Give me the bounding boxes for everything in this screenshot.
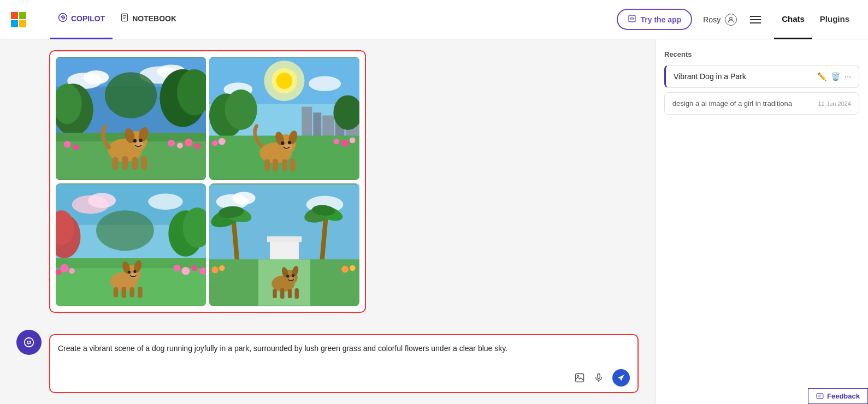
svg-point-66 — [281, 141, 284, 145]
svg-point-88 — [182, 266, 190, 275]
svg-rect-70 — [282, 159, 287, 171]
svg-point-104 — [232, 192, 255, 204]
notebook-tab-label: NOTEBOOK — [132, 14, 176, 23]
svg-point-75 — [88, 193, 116, 208]
ms-logo-red — [11, 12, 18, 19]
svg-rect-129 — [273, 289, 276, 298]
svg-point-86 — [56, 269, 62, 275]
input-area: Create a vibrant scene of a dog running … — [0, 334, 655, 393]
hamburger-line-3 — [750, 22, 761, 23]
svg-rect-136 — [576, 374, 584, 382]
svg-point-137 — [577, 375, 578, 377]
image-grid-container — [49, 50, 366, 313]
copilot-icon — [58, 13, 68, 25]
svg-point-46 — [309, 76, 341, 92]
tab-notebook[interactable]: NOTEBOOK — [113, 0, 184, 39]
svg-point-121 — [350, 265, 356, 271]
content-area: Create a vibrant scene of a dog running … — [0, 39, 655, 404]
dog-image-1 — [56, 57, 206, 180]
microphone-button[interactable] — [594, 372, 604, 383]
edit-icon[interactable]: ✏️ — [817, 72, 826, 81]
svg-point-27 — [185, 139, 193, 147]
svg-point-8 — [631, 18, 633, 19]
svg-point-24 — [73, 144, 79, 150]
header-right: Try the app Rosy Chats Plugins — [617, 0, 857, 39]
svg-point-9 — [730, 17, 733, 20]
svg-point-89 — [192, 265, 198, 271]
svg-point-56 — [212, 140, 218, 146]
logo-area — [11, 12, 34, 27]
svg-point-13 — [84, 70, 109, 84]
svg-point-128 — [292, 274, 294, 277]
svg-rect-101 — [138, 286, 142, 298]
dog-image-4 — [209, 183, 359, 307]
more-icon[interactable]: ··· — [845, 72, 851, 81]
svg-point-28 — [194, 143, 200, 149]
svg-point-127 — [286, 275, 289, 277]
svg-point-58 — [333, 139, 339, 145]
svg-rect-37 — [122, 156, 128, 170]
svg-rect-138 — [598, 374, 600, 379]
svg-point-76 — [148, 193, 182, 210]
svg-rect-131 — [288, 289, 292, 298]
svg-point-97 — [133, 270, 136, 272]
try-app-label: Try the app — [641, 15, 682, 24]
svg-rect-36 — [113, 157, 119, 170]
recent-item-2-date: 11 Jun 2024 — [818, 100, 851, 107]
svg-point-57 — [219, 138, 226, 145]
input-actions — [58, 369, 630, 387]
svg-rect-100 — [129, 287, 134, 297]
tab-chats[interactable]: Chats — [774, 0, 812, 39]
ms-logo-green — [19, 12, 26, 19]
app-header: COPILOT NOTEBOOK — [0, 0, 868, 39]
svg-rect-68 — [265, 159, 270, 171]
recent-item-1[interactable]: Vibrant Dog in a Park ✏️ 🗑️ ··· — [664, 65, 859, 88]
chats-tab-label: Chats — [782, 14, 805, 23]
hamburger-line-1 — [750, 16, 761, 17]
try-app-icon — [628, 14, 636, 25]
send-button[interactable] — [612, 369, 630, 387]
svg-point-26 — [177, 142, 183, 148]
image-attachment-button[interactable] — [574, 372, 585, 383]
try-app-button[interactable]: Try the app — [617, 9, 693, 30]
new-chat-button[interactable] — [16, 330, 42, 355]
hamburger-line-2 — [750, 19, 761, 20]
svg-point-87 — [174, 264, 181, 271]
svg-point-119 — [219, 265, 225, 271]
svg-point-25 — [168, 140, 175, 147]
svg-rect-38 — [132, 157, 138, 170]
feedback-button[interactable]: Feedback — [808, 388, 868, 404]
svg-point-35 — [139, 139, 142, 142]
svg-point-34 — [133, 139, 137, 142]
svg-point-20 — [105, 72, 157, 118]
svg-point-44 — [276, 73, 293, 89]
plugins-tab-label: Plugins — [820, 14, 849, 23]
user-avatar-icon — [725, 14, 737, 26]
dog-image-3 — [56, 183, 206, 307]
svg-point-120 — [341, 265, 349, 272]
svg-rect-98 — [114, 287, 118, 297]
tab-plugins[interactable]: Plugins — [812, 0, 857, 39]
hamburger-menu[interactable] — [748, 14, 763, 26]
nav-tabs: COPILOT NOTEBOOK — [50, 0, 184, 39]
svg-point-53 — [225, 90, 257, 130]
user-info[interactable]: Rosy — [703, 14, 737, 26]
svg-rect-69 — [273, 159, 278, 171]
svg-rect-130 — [280, 288, 284, 299]
svg-point-60 — [350, 138, 356, 144]
svg-point-96 — [128, 270, 131, 273]
copilot-tab-label: COPILOT — [71, 14, 105, 23]
svg-point-59 — [341, 140, 349, 147]
recent-item-1-actions: ✏️ 🗑️ ··· — [817, 72, 851, 81]
svg-point-23 — [64, 141, 71, 148]
ms-logo-yellow — [19, 20, 26, 27]
tab-copilot[interactable]: COPILOT — [50, 0, 113, 39]
svg-rect-71 — [290, 159, 296, 171]
recent-item-2[interactable]: design a ai image of a girl in tradition… — [664, 92, 859, 115]
svg-point-1 — [62, 17, 64, 19]
svg-rect-115 — [267, 236, 302, 242]
delete-icon[interactable]: 🗑️ — [831, 72, 840, 81]
svg-rect-132 — [295, 288, 299, 299]
chat-input[interactable]: Create a vibrant scene of a dog running … — [58, 343, 586, 365]
chats-plugins-tabs: Chats Plugins — [774, 0, 857, 39]
